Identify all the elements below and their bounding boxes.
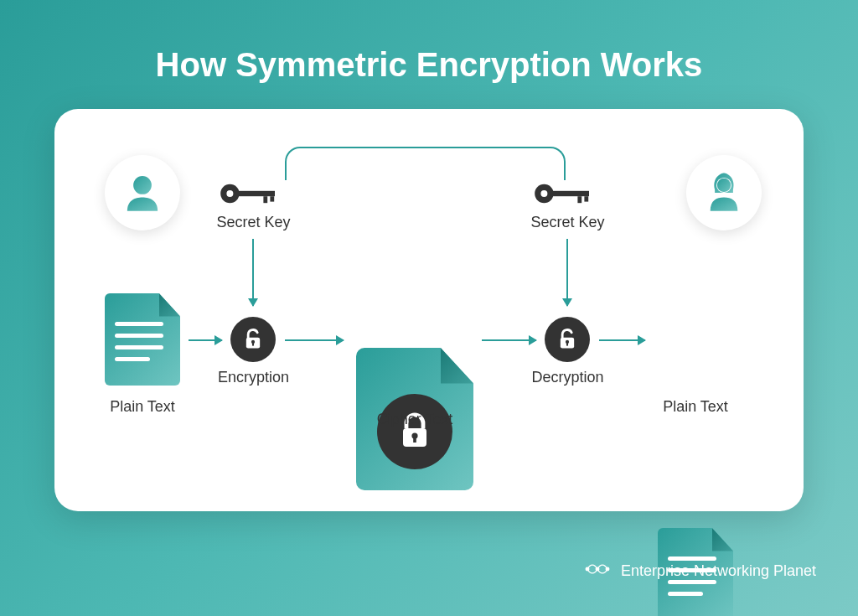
receiver-plaintext-label: Plain Text [649,398,742,416]
secret-key-right-label: Secret Key [528,214,607,231]
svg-rect-7 [270,196,274,201]
arrow-decrypt-to-plain [599,339,645,341]
sender-plaintext-label: Plain Text [96,398,189,416]
svg-rect-6 [263,196,267,203]
receiver-avatar [686,155,762,230]
decryption-label: Decryption [528,369,607,386]
encryption-label: Encryption [214,369,293,386]
arrow-cipher-to-decrypt [482,339,536,341]
person-female-icon [700,168,748,217]
arrow-key-to-decrypt [566,239,568,306]
key-share-connector [285,147,566,180]
svg-rect-15 [252,343,254,346]
diagram-card: Secret Key Secret Key Plain Text Encrypt… [54,109,804,511]
svg-point-9 [540,190,547,197]
key-right-icon [532,180,599,210]
footer-brand: Enterprise Networking Planet [582,560,816,582]
diagram-title: How Symmetric Encryption Works [0,0,858,109]
svg-point-4 [226,190,233,197]
svg-rect-12 [584,196,588,201]
footer-brand-text: Enterprise Networking Planet [621,562,816,580]
svg-rect-10 [552,191,589,196]
decryption-icon [545,317,590,362]
encryption-icon [230,317,276,362]
svg-rect-21 [566,343,568,346]
svg-rect-11 [577,196,581,203]
arrow-plain-to-encrypt [189,339,222,341]
arrow-encrypt-to-cipher [285,339,344,341]
brand-logo-icon [582,560,612,582]
sender-plaintext-doc-icon [105,293,180,386]
unlock-icon [556,328,579,351]
unlock-icon [241,328,265,351]
person-male-icon [118,168,167,217]
ciphertext-label: Cipher Text [364,411,465,428]
svg-rect-18 [413,437,416,443]
svg-point-2 [717,179,731,192]
key-left-icon [218,180,285,210]
lock-closed-icon [377,394,452,469]
secret-key-left-label: Secret Key [214,214,293,231]
svg-rect-5 [238,191,275,196]
sender-avatar [105,155,180,230]
arrow-key-to-encrypt [252,239,254,306]
svg-point-0 [133,176,152,194]
